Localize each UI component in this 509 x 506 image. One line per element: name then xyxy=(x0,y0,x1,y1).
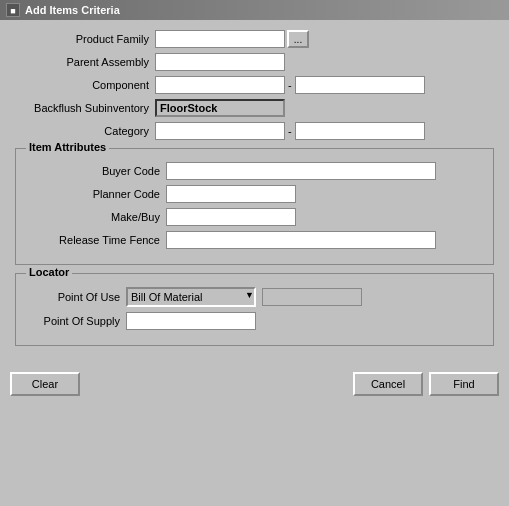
point-of-use-label: Point Of Use xyxy=(26,291,126,303)
component-label: Component xyxy=(15,79,155,91)
point-of-supply-input[interactable] xyxy=(126,312,256,330)
category-dash: - xyxy=(288,125,292,137)
point-of-use-dropdown-wrapper: Bill Of Material Specific Any ▼ xyxy=(126,287,256,307)
title-bar: ■ Add Items Criteria xyxy=(0,0,509,20)
point-of-use-extra-input[interactable] xyxy=(262,288,362,306)
title-bar-icon: ■ xyxy=(6,3,20,17)
release-time-fence-input[interactable] xyxy=(166,231,436,249)
backflush-row: Backflush Subinventory xyxy=(15,99,494,117)
product-family-input[interactable] xyxy=(155,30,285,48)
title-bar-title: Add Items Criteria xyxy=(25,4,120,16)
point-of-use-row: Point Of Use Bill Of Material Specific A… xyxy=(26,287,483,307)
product-family-row: Product Family ... xyxy=(15,30,494,48)
product-family-label: Product Family xyxy=(15,33,155,45)
item-attributes-title: Item Attributes xyxy=(26,141,109,153)
category-input1[interactable] xyxy=(155,122,285,140)
backflush-label: Backflush Subinventory xyxy=(15,102,155,114)
category-label: Category xyxy=(15,125,155,137)
right-buttons: Cancel Find xyxy=(353,372,499,396)
item-attributes-section: Item Attributes Buyer Code Planner Code … xyxy=(15,148,494,265)
release-time-fence-label: Release Time Fence xyxy=(26,234,166,246)
point-of-use-select[interactable]: Bill Of Material Specific Any xyxy=(126,287,256,307)
make-buy-row: Make/Buy xyxy=(26,208,483,226)
locator-section: Locator Point Of Use Bill Of Material Sp… xyxy=(15,273,494,346)
find-button[interactable]: Find xyxy=(429,372,499,396)
buyer-code-row: Buyer Code xyxy=(26,162,483,180)
buyer-code-label: Buyer Code xyxy=(26,165,166,177)
release-time-fence-row: Release Time Fence xyxy=(26,231,483,249)
parent-assembly-row: Parent Assembly xyxy=(15,53,494,71)
component-row: Component - xyxy=(15,76,494,94)
category-row: Category - xyxy=(15,122,494,140)
make-buy-input[interactable] xyxy=(166,208,296,226)
cancel-button[interactable]: Cancel xyxy=(353,372,423,396)
point-of-supply-label: Point Of Supply xyxy=(26,315,126,327)
planner-code-input[interactable] xyxy=(166,185,296,203)
planner-code-row: Planner Code xyxy=(26,185,483,203)
point-of-supply-row: Point Of Supply xyxy=(26,312,483,330)
component-input1[interactable] xyxy=(155,76,285,94)
product-family-browse-button[interactable]: ... xyxy=(287,30,309,48)
parent-assembly-label: Parent Assembly xyxy=(15,56,155,68)
main-content: Product Family ... Parent Assembly Compo… xyxy=(0,20,509,364)
parent-assembly-input[interactable] xyxy=(155,53,285,71)
bottom-buttons: Clear Cancel Find xyxy=(0,364,509,401)
make-buy-label: Make/Buy xyxy=(26,211,166,223)
category-input2[interactable] xyxy=(295,122,425,140)
component-dash: - xyxy=(288,79,292,91)
planner-code-label: Planner Code xyxy=(26,188,166,200)
clear-button[interactable]: Clear xyxy=(10,372,80,396)
backflush-input[interactable] xyxy=(155,99,285,117)
component-input2[interactable] xyxy=(295,76,425,94)
locator-title: Locator xyxy=(26,266,72,278)
buyer-code-input[interactable] xyxy=(166,162,436,180)
